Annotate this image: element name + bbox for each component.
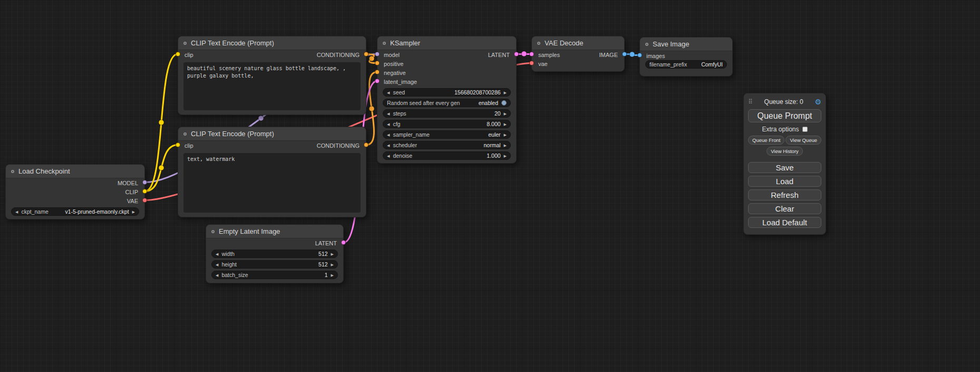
view-queue-button[interactable]: View Queue: [785, 136, 821, 145]
widget-random-seed-toggle[interactable]: Random seed after every gen enabled: [383, 99, 511, 107]
prev-arrow-icon[interactable]: ◀: [387, 91, 390, 94]
node-title-bar[interactable]: Load Checkpoint: [6, 165, 144, 178]
port-conditioning-output[interactable]: [364, 142, 368, 147]
widget-value: 1.000: [487, 152, 500, 159]
prev-arrow-icon[interactable]: ◀: [387, 112, 390, 116]
extra-options-checkbox[interactable]: [802, 127, 808, 132]
prev-arrow-icon[interactable]: ◀: [15, 210, 18, 214]
prev-arrow-icon[interactable]: ◀: [387, 144, 390, 147]
prev-arrow-icon[interactable]: ◀: [216, 263, 218, 266]
port-image-output[interactable]: [622, 52, 627, 56]
widget-label: denoise: [393, 152, 412, 159]
widget-height[interactable]: ◀ height 512 ▶: [211, 260, 338, 269]
collapse-dot[interactable]: [211, 230, 215, 233]
collapse-dot[interactable]: [183, 132, 187, 136]
widget-label: steps: [393, 110, 406, 117]
node-title: Empty Latent Image: [219, 227, 280, 235]
output-label-latent: LATENT: [488, 52, 510, 58]
widget-ckpt-name[interactable]: ◀ ckpt_name v1-5-pruned-emaonly.ckpt ▶: [11, 207, 139, 216]
port-latent-image-input[interactable]: [375, 79, 380, 83]
load-button[interactable]: Load: [748, 176, 821, 187]
widget-cfg[interactable]: ◀ cfg 8.000 ▶: [383, 120, 511, 128]
output-label-conditioning: CONDITIONING: [317, 52, 360, 58]
next-arrow-icon[interactable]: ▶: [331, 263, 334, 266]
refresh-button[interactable]: Refresh: [748, 189, 821, 201]
port-clip-input[interactable]: [176, 52, 180, 56]
port-negative-input[interactable]: [375, 70, 380, 74]
graph-canvas[interactable]: Load Checkpoint MODEL CLIP VAE ◀ ckpt_na…: [0, 0, 980, 372]
port-latent-output[interactable]: [514, 52, 519, 56]
next-arrow-icon[interactable]: ▶: [504, 144, 507, 147]
port-clip-output[interactable]: [142, 189, 147, 194]
prev-arrow-icon[interactable]: ◀: [387, 122, 390, 126]
clear-button[interactable]: Clear: [748, 203, 821, 214]
gear-icon[interactable]: ⚙: [814, 98, 821, 106]
queue-front-button[interactable]: Queue Front: [748, 136, 784, 145]
widget-steps[interactable]: ◀ steps 20 ▶: [383, 109, 511, 118]
queue-prompt-button[interactable]: Queue Prompt: [748, 109, 821, 122]
widget-seed[interactable]: ◀ seed 156680208700286 ▶: [383, 88, 511, 97]
prompt-textarea[interactable]: text, watermark: [183, 153, 361, 213]
node-clip-text-encode-negative[interactable]: CLIP Text Encode (Prompt) clip CONDITION…: [178, 127, 366, 217]
node-title-bar[interactable]: CLIP Text Encode (Prompt): [178, 36, 366, 50]
widget-label: cfg: [393, 121, 400, 127]
node-title: CLIP Text Encode (Prompt): [191, 39, 274, 47]
widget-label: filename_prefix: [649, 61, 687, 68]
collapse-dot[interactable]: [383, 42, 386, 45]
next-arrow-icon[interactable]: ▶: [504, 133, 507, 137]
node-load-checkpoint[interactable]: Load Checkpoint MODEL CLIP VAE ◀ ckpt_na…: [5, 164, 145, 220]
next-arrow-icon[interactable]: ▶: [331, 273, 334, 277]
widget-value: 512: [318, 261, 328, 268]
widget-denoise[interactable]: ◀ denoise 1.000 ▶: [383, 151, 511, 160]
node-title-bar[interactable]: VAE Decode: [532, 36, 624, 50]
port-images-input[interactable]: [637, 53, 642, 58]
node-title: CLIP Text Encode (Prompt): [191, 130, 274, 138]
node-title-bar[interactable]: Empty Latent Image: [206, 225, 343, 239]
port-model-input[interactable]: [375, 52, 380, 56]
widget-filename-prefix[interactable]: filename_prefix ComfyUI: [645, 60, 727, 69]
toggle-dot[interactable]: [501, 100, 507, 106]
next-arrow-icon[interactable]: ▶: [504, 154, 507, 158]
prev-arrow-icon[interactable]: ◀: [387, 133, 390, 137]
widget-sampler-name[interactable]: ◀ sampler_name euler ▶: [383, 130, 511, 139]
prev-arrow-icon[interactable]: ◀: [387, 154, 390, 158]
collapse-dot[interactable]: [183, 42, 187, 45]
node-vae-decode[interactable]: VAE Decode samples IMAGE vae: [531, 36, 625, 72]
next-arrow-icon[interactable]: ▶: [504, 122, 507, 126]
port-latent-output[interactable]: [341, 240, 346, 245]
next-arrow-icon[interactable]: ▶: [504, 91, 507, 94]
widget-width[interactable]: ◀ width 512 ▶: [211, 250, 338, 258]
collapse-dot[interactable]: [537, 42, 540, 45]
collapse-dot[interactable]: [11, 170, 14, 173]
widget-scheduler[interactable]: ◀ scheduler normal ▶: [383, 141, 511, 149]
next-arrow-icon[interactable]: ▶: [132, 210, 135, 214]
view-history-button[interactable]: View History: [766, 147, 803, 156]
save-button[interactable]: Save: [748, 162, 821, 173]
widget-batch-size[interactable]: ◀ batch_size 1 ▶: [211, 271, 338, 279]
port-model-output[interactable]: [142, 180, 147, 185]
node-clip-text-encode-positive[interactable]: CLIP Text Encode (Prompt) clip CONDITION…: [178, 36, 366, 115]
input-label-negative: negative: [384, 70, 406, 76]
port-vae-output[interactable]: [142, 198, 147, 203]
node-save-image[interactable]: Save Image images filename_prefix ComfyU…: [639, 37, 733, 77]
prompt-textarea[interactable]: beautiful scenery nature glass bottle la…: [183, 62, 361, 110]
node-title-bar[interactable]: KSampler: [377, 36, 516, 50]
node-empty-latent-image[interactable]: Empty Latent Image LATENT ◀ width 512 ▶ …: [206, 224, 344, 283]
widget-value: 512: [318, 251, 328, 257]
node-title-bar[interactable]: CLIP Text Encode (Prompt): [178, 127, 366, 141]
port-clip-input[interactable]: [176, 142, 180, 147]
drag-handle-icon[interactable]: ⠿: [748, 98, 753, 106]
prev-arrow-icon[interactable]: ◀: [216, 252, 218, 256]
load-default-button[interactable]: Load Default: [748, 217, 821, 228]
prev-arrow-icon[interactable]: ◀: [216, 273, 218, 277]
next-arrow-icon[interactable]: ▶: [331, 252, 334, 256]
next-arrow-icon[interactable]: ▶: [504, 112, 507, 116]
input-label-clip: clip: [185, 142, 193, 149]
port-conditioning-output[interactable]: [364, 52, 368, 56]
port-positive-input[interactable]: [375, 61, 380, 65]
node-ksampler[interactable]: KSampler model LATENT positive negative …: [377, 36, 517, 164]
port-vae-input[interactable]: [529, 61, 534, 65]
port-samples-input[interactable]: [529, 52, 534, 56]
node-title-bar[interactable]: Save Image: [640, 37, 732, 51]
collapse-dot[interactable]: [645, 43, 648, 46]
